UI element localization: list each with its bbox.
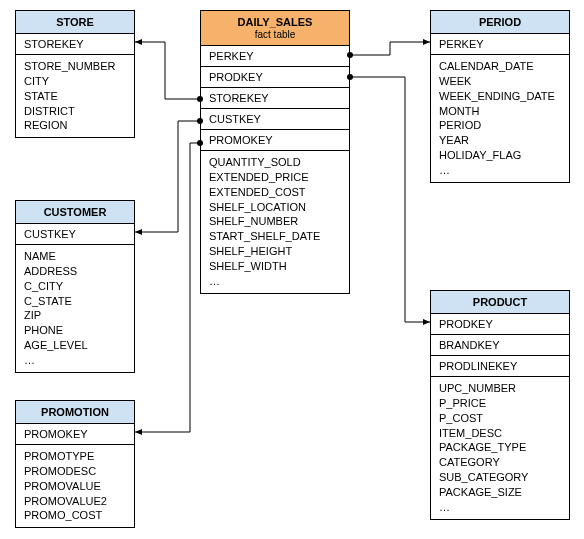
field: WEEK_ENDING_DATE bbox=[439, 89, 561, 104]
field: ZIP bbox=[24, 308, 126, 323]
field: SHELF_LOCATION bbox=[209, 200, 341, 215]
rel-storekey bbox=[135, 42, 203, 102]
field: YEAR bbox=[439, 133, 561, 148]
table-customer: CUSTOMER CUSTKEY NAME ADDRESS C_CITY C_S… bbox=[15, 200, 135, 373]
table-customer-header: CUSTOMER bbox=[16, 201, 134, 224]
field: PERIOD bbox=[439, 118, 561, 133]
fk-storekey: STOREKEY bbox=[201, 88, 349, 109]
table-daily-sales-fields: QUANTITY_SOLD EXTENDED_PRICE EXTENDED_CO… bbox=[201, 151, 349, 293]
field: … bbox=[439, 163, 561, 178]
field: CITY bbox=[24, 74, 126, 89]
table-customer-key: CUSTKEY bbox=[16, 224, 134, 245]
table-daily-sales-header: DAILY_SALES fact table bbox=[201, 11, 349, 46]
field: P_PRICE bbox=[439, 396, 561, 411]
rel-custkey bbox=[135, 118, 203, 232]
field: PROMOTYPE bbox=[24, 449, 126, 464]
table-product-fields: UPC_NUMBER P_PRICE P_COST ITEM_DESC PACK… bbox=[431, 377, 569, 519]
table-period-key: PERKEY bbox=[431, 34, 569, 55]
table-product-brandkey: BRANDKEY bbox=[431, 335, 569, 356]
fk-perkey: PERKEY bbox=[201, 46, 349, 67]
table-promotion-fields: PROMOTYPE PROMODESC PROMOVALUE PROMOVALU… bbox=[16, 445, 134, 527]
field: C_STATE bbox=[24, 294, 126, 309]
field: AGE_LEVEL bbox=[24, 338, 126, 353]
table-product: PRODUCT PRODKEY BRANDKEY PRODLINEKEY UPC… bbox=[430, 290, 570, 520]
field: PACKAGE_SIZE bbox=[439, 485, 561, 500]
field: P_COST bbox=[439, 411, 561, 426]
field: QUANTITY_SOLD bbox=[209, 155, 341, 170]
field: DISTRICT bbox=[24, 104, 126, 119]
field: EXTENDED_PRICE bbox=[209, 170, 341, 185]
table-product-key: PRODKEY bbox=[431, 314, 569, 335]
field: CATEGORY bbox=[439, 455, 561, 470]
rel-perkey bbox=[347, 42, 430, 58]
field: PHONE bbox=[24, 323, 126, 338]
field: … bbox=[24, 353, 126, 368]
table-store-header: STORE bbox=[16, 11, 134, 34]
field: ADDRESS bbox=[24, 264, 126, 279]
table-promotion-header: PROMOTION bbox=[16, 401, 134, 424]
field: … bbox=[439, 500, 561, 515]
field: … bbox=[209, 274, 341, 289]
table-daily-sales: DAILY_SALES fact table PERKEY PRODKEY ST… bbox=[200, 10, 350, 294]
field: SHELF_NUMBER bbox=[209, 214, 341, 229]
field: PROMOVALUE bbox=[24, 479, 126, 494]
field: STATE bbox=[24, 89, 126, 104]
field: PROMOVALUE2 bbox=[24, 494, 126, 509]
table-period: PERIOD PERKEY CALENDAR_DATE WEEK WEEK_EN… bbox=[430, 10, 570, 183]
field: PROMODESC bbox=[24, 464, 126, 479]
field: REGION bbox=[24, 118, 126, 133]
table-store: STORE STOREKEY STORE_NUMBER CITY STATE D… bbox=[15, 10, 135, 138]
field: UPC_NUMBER bbox=[439, 381, 561, 396]
table-promotion-key: PROMOKEY bbox=[16, 424, 134, 445]
field: WEEK bbox=[439, 74, 561, 89]
field: SHELF_WIDTH bbox=[209, 259, 341, 274]
field: PROMO_COST bbox=[24, 508, 126, 523]
table-store-fields: STORE_NUMBER CITY STATE DISTRICT REGION bbox=[16, 55, 134, 137]
rel-prodkey bbox=[347, 74, 430, 322]
table-daily-sales-subtitle: fact table bbox=[205, 29, 345, 40]
field: SHELF_HEIGHT bbox=[209, 244, 341, 259]
fk-prodkey: PRODKEY bbox=[201, 67, 349, 88]
table-customer-fields: NAME ADDRESS C_CITY C_STATE ZIP PHONE AG… bbox=[16, 245, 134, 372]
field: CALENDAR_DATE bbox=[439, 59, 561, 74]
table-promotion: PROMOTION PROMOKEY PROMOTYPE PROMODESC P… bbox=[15, 400, 135, 528]
table-product-prodlinekey: PRODLINEKEY bbox=[431, 356, 569, 377]
field: C_CITY bbox=[24, 279, 126, 294]
field: EXTENDED_COST bbox=[209, 185, 341, 200]
fk-promokey: PROMOKEY bbox=[201, 130, 349, 151]
field: NAME bbox=[24, 249, 126, 264]
field: HOLIDAY_FLAG bbox=[439, 148, 561, 163]
field: SUB_CATEGORY bbox=[439, 470, 561, 485]
fk-custkey: CUSTKEY bbox=[201, 109, 349, 130]
field: PACKAGE_TYPE bbox=[439, 440, 561, 455]
table-store-key: STOREKEY bbox=[16, 34, 134, 55]
rel-promokey bbox=[135, 140, 203, 432]
field: MONTH bbox=[439, 104, 561, 119]
table-period-fields: CALENDAR_DATE WEEK WEEK_ENDING_DATE MONT… bbox=[431, 55, 569, 182]
field: START_SHELF_DATE bbox=[209, 229, 341, 244]
field: ITEM_DESC bbox=[439, 426, 561, 441]
table-daily-sales-title: DAILY_SALES bbox=[238, 16, 313, 28]
table-product-header: PRODUCT bbox=[431, 291, 569, 314]
table-period-header: PERIOD bbox=[431, 11, 569, 34]
field: STORE_NUMBER bbox=[24, 59, 126, 74]
